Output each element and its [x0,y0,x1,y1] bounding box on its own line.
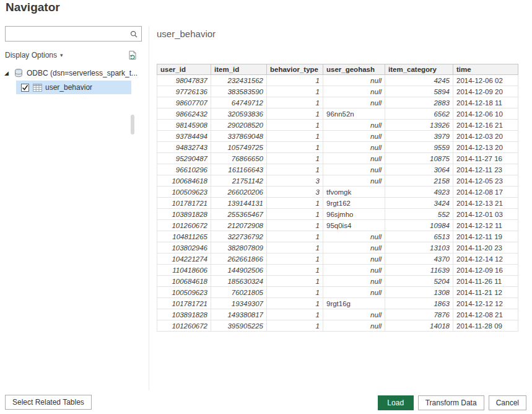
database-icon [14,68,24,78]
table-row: 966102961611666431null30642014-12-11 23 [157,164,518,175]
tree-item-odbc-source[interactable]: ◢ ODBC (dsn=serverless_spark_t... [0,66,140,80]
table-cell: 1 [267,164,323,175]
table-cell: 2014-12-05 23 [453,175,518,187]
column-header: behavior_type [267,64,323,75]
table-cell: 1 [267,97,323,108]
table-cell: 232431562 [211,75,267,86]
table-cell: null [323,75,385,86]
column-header: time [453,64,518,75]
table-cell: 322736792 [211,231,267,242]
table-cell: 2014-12-13 21 [453,198,518,209]
table-cell: 1 [267,209,323,220]
select-related-tables-button[interactable]: Select Related Tables [5,395,92,410]
table-cell: 2014-12-14 12 [453,253,518,265]
table-row: 1006846181856303241null52042014-11-26 11 [157,276,518,287]
table-cell: 383583590 [211,86,267,97]
table-cell: 96sjmho [323,209,385,220]
table-row: 1104186061449025061null116392014-12-09 1… [157,265,518,276]
table-cell: null [323,153,385,164]
table-cell: 103802946 [157,242,211,253]
table-row: 1005096232660202063tfvomgk49232014-12-08… [157,187,518,198]
table-cell: 1 [267,298,323,309]
table-cell: 2014-12-08 17 [453,187,518,198]
table-cell: 1 [267,142,323,153]
table-cell: 2014-11-26 11 [453,276,518,287]
table-cell: 93784494 [157,131,211,142]
table-cell: 337869048 [211,131,267,142]
table-cell: 94832743 [157,142,211,153]
table-cell: null [323,175,385,187]
table-cell: 1 [267,86,323,97]
table-row: 1038029463828078091null131032014-11-20 2… [157,242,518,253]
table-cell: 105749725 [211,142,267,153]
search-box[interactable] [5,26,142,42]
table-cell: 7876 [385,309,453,320]
table-cell: 255365467 [211,209,267,220]
checkbox-checked-icon[interactable] [21,84,29,92]
table-cell: 2014-12-09 20 [453,86,518,97]
preview-table: user_iditem_idbehavior_typeuser_geohashi… [157,64,518,332]
table-cell: 212072908 [211,220,267,231]
expander-icon[interactable]: ◢ [4,70,11,76]
table-cell: 2014-12-12 12 [453,298,518,309]
navigation-tree: ◢ ODBC (dsn=serverless_spark_t... [0,66,140,94]
table-cell: 14018 [385,320,453,332]
table-row: 100509623760218051null13082014-11-21 12 [157,287,518,298]
transform-data-button[interactable]: Transform Data [418,395,484,410]
table-cell: 4370 [385,253,453,265]
display-options-row: Display Options ▾ [5,49,137,61]
table-cell: 104221274 [157,253,211,265]
table-cell: null [323,265,385,276]
cancel-button[interactable]: Cancel [489,395,526,410]
table-cell: 13103 [385,242,453,253]
table-row: 1012606723959052251null140182014-11-28 0… [157,320,518,332]
table-cell: 2014-12-12 11 [453,220,518,231]
table-cell: 1 [267,287,323,298]
table-row: 977261363835835901null58942014-12-09 20 [157,86,518,97]
tree-scrollbar[interactable] [131,115,134,134]
table-cell: 1 [267,120,323,131]
table-cell: 100684618 [157,175,211,187]
table-cell: 101260672 [157,320,211,332]
table-row: 95290487768666501null108752014-11-27 16 [157,153,518,164]
table-cell: null [323,287,385,298]
search-icon[interactable] [126,27,141,41]
column-header: item_id [211,64,267,75]
table-cell: 1 [267,198,323,209]
table-row: 1017817211934930719rgt16g18632014-12-12 … [157,298,518,309]
page-title: Navigator [6,1,60,14]
footer-actions: Load Transform Data Cancel [378,395,526,410]
table-cell: 2014-12-18 11 [453,97,518,108]
table-cell: 144902506 [211,265,267,276]
table-cell: null [323,231,385,242]
table-row: 948327431057497251null95592014-12-13 20 [157,142,518,153]
table-row: 937844943378690481null39792014-12-03 20 [157,131,518,142]
refresh-preview-icon[interactable] [128,50,137,60]
table-cell: 2014-12-13 20 [453,142,518,153]
table-cell: 2014-12-01 03 [453,209,518,220]
table-cell: 9559 [385,142,453,153]
table-cell: 2014-12-06 02 [453,75,518,86]
column-header: item_category [385,64,453,75]
table-cell: 1 [267,309,323,320]
table-cell: 2014-11-20 23 [453,242,518,253]
tree-item-label: ODBC (dsn=serverless_spark_t... [27,69,137,77]
table-row: 98607707647497121null28832014-12-18 11 [157,97,518,108]
table-cell: 19349307 [211,298,267,309]
preview-table-container: user_iditem_idbehavior_typeuser_geohashi… [157,64,518,332]
table-cell: 2014-12-09 16 [453,265,518,276]
table-cell: 13926 [385,120,453,131]
table-cell: 2883 [385,97,453,108]
table-cell: 100509623 [157,287,211,298]
table-icon [33,84,42,92]
table-cell: 96610296 [157,164,211,175]
search-input[interactable] [6,27,126,41]
preview-table-title: user_behavior [157,29,216,39]
table-cell: 21751142 [211,175,267,187]
table-cell: 2014-12-11 23 [453,164,518,175]
display-options-dropdown[interactable]: Display Options ▾ [5,51,63,59]
load-button[interactable]: Load [378,395,414,410]
table-cell: 1308 [385,287,453,298]
tree-item-user-behavior[interactable]: user_behavior [16,81,131,94]
table-cell: null [323,86,385,97]
